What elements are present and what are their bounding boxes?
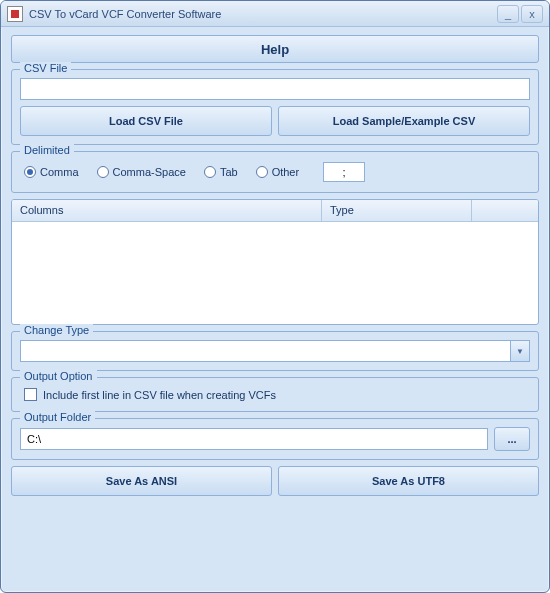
save-ansi-button[interactable]: Save As ANSI [11,466,272,496]
load-sample-button[interactable]: Load Sample/Example CSV [278,106,530,136]
help-button[interactable]: Help [11,35,539,63]
radio-comma-space[interactable]: Comma-Space [97,166,186,178]
radio-label: Other [272,166,300,178]
output-folder-input[interactable] [20,428,488,450]
csv-file-legend: CSV File [20,62,71,74]
radio-icon [97,166,109,178]
radio-other[interactable]: Other [256,166,300,178]
table-header-spacer [472,200,538,221]
titlebar: CSV To vCard VCF Converter Software _ x [1,1,549,27]
csv-file-group: CSV File Load CSV File Load Sample/Examp… [11,69,539,145]
load-csv-button[interactable]: Load CSV File [20,106,272,136]
change-type-group: Change Type ▼ [11,331,539,371]
delimited-legend: Delimited [20,144,74,156]
radio-icon [24,166,36,178]
chevron-down-icon[interactable]: ▼ [510,340,530,362]
other-delimiter-input[interactable] [323,162,365,182]
save-buttons: Save As ANSI Save As UTF8 [11,466,539,496]
minimize-button[interactable]: _ [497,5,519,23]
window-title: CSV To vCard VCF Converter Software [29,8,497,20]
columns-table[interactable]: Columns Type [11,199,539,325]
include-first-line-checkbox[interactable]: Include first line in CSV file when crea… [20,386,530,403]
radio-label: Tab [220,166,238,178]
output-option-group: Output Option Include first line in CSV … [11,377,539,412]
output-folder-legend: Output Folder [20,411,95,423]
output-option-legend: Output Option [20,370,97,382]
delimited-group: Delimited Comma Comma-Space Tab Other [11,151,539,193]
change-type-select[interactable]: ▼ [20,340,530,362]
radio-tab[interactable]: Tab [204,166,238,178]
radio-comma[interactable]: Comma [24,166,79,178]
change-type-legend: Change Type [20,324,93,336]
checkbox-label: Include first line in CSV file when crea… [43,389,276,401]
save-utf8-button[interactable]: Save As UTF8 [278,466,539,496]
window-controls: _ x [497,5,543,23]
csv-path-input[interactable] [20,78,530,100]
table-header-columns[interactable]: Columns [12,200,322,221]
table-header: Columns Type [12,200,538,222]
close-button[interactable]: x [521,5,543,23]
radio-icon [256,166,268,178]
radio-label: Comma-Space [113,166,186,178]
app-icon [7,6,23,22]
content-area: Help CSV File Load CSV File Load Sample/… [1,27,549,504]
checkbox-icon [24,388,37,401]
app-window: CSV To vCard VCF Converter Software _ x … [0,0,550,593]
output-folder-group: Output Folder ... [11,418,539,460]
change-type-value [20,340,510,362]
radio-icon [204,166,216,178]
browse-button[interactable]: ... [494,427,530,451]
table-header-type[interactable]: Type [322,200,472,221]
radio-label: Comma [40,166,79,178]
